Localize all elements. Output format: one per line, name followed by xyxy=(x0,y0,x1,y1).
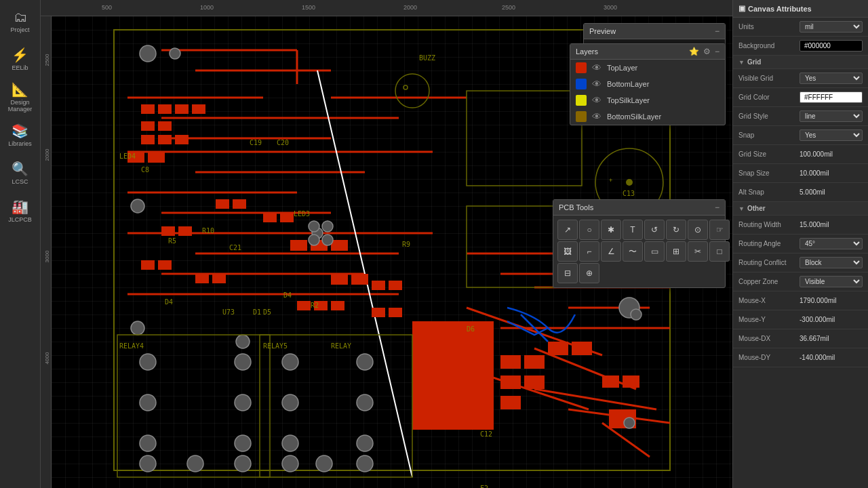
tool-select-rect[interactable]: ▭ xyxy=(644,241,665,262)
tool-route[interactable]: ↗ xyxy=(557,220,578,240)
sidebar-item-lcsc[interactable]: 🔍 LCSC xyxy=(2,155,39,191)
sidebar-item-libraries[interactable]: 📚 Libraries xyxy=(2,117,39,153)
pcbtools-close-icon[interactable]: − xyxy=(715,203,719,212)
background-color[interactable]: #000000 xyxy=(800,40,863,52)
svg-point-95 xyxy=(282,435,298,451)
ruler-mark-1500: 1500 xyxy=(302,4,315,11)
svg-rect-55 xyxy=(389,281,402,290)
svg-point-90 xyxy=(187,455,203,472)
routing-conflict-select[interactable]: Block Ignore Highlight xyxy=(800,257,863,268)
tool-wave[interactable]: 〜 xyxy=(623,241,643,262)
svg-text:D6: D6 xyxy=(467,325,475,333)
snap-select[interactable]: Yes No xyxy=(800,129,863,141)
tool-hand[interactable]: ☞ xyxy=(709,220,730,240)
svg-text:U73: U73 xyxy=(222,308,235,316)
layer-item-topsilk[interactable]: 👁 TopSilkLayer xyxy=(570,92,725,108)
svg-point-81 xyxy=(236,335,250,348)
layer-item-bottomsilk[interactable]: 👁 BottomSilkLayer xyxy=(570,108,725,125)
sidebar-item-jlcpcb[interactable]: 🏭 JLCPCB xyxy=(2,192,39,229)
ruler-mark-1000: 1000 xyxy=(200,4,214,11)
background-row: Background #000000 xyxy=(733,37,868,56)
layer-item-toplayer[interactable]: 👁 TopLayer xyxy=(570,60,725,76)
project-icon: 🗂 xyxy=(14,9,27,25)
layers-settings-icon[interactable]: ⭐ xyxy=(689,47,699,56)
layers-gear-icon[interactable]: ⚙ xyxy=(703,47,711,56)
tool-target[interactable]: ⊙ xyxy=(688,220,708,240)
pcbtools-panel-header[interactable]: PCB Tools − xyxy=(553,200,725,216)
other-collapse-icon[interactable]: ▼ xyxy=(738,205,745,212)
tool-undo[interactable]: ↺ xyxy=(644,220,665,240)
svg-rect-42 xyxy=(280,213,294,222)
topsilk-vis-icon[interactable]: 👁 xyxy=(592,95,601,106)
layers-panel: Layers ⭐ ⚙ − 👁 TopLayer 👁 BottomLayer 👁 xyxy=(570,43,726,125)
tool-cut[interactable]: ✂ xyxy=(688,241,708,262)
tool-grid-sel[interactable]: ⊞ xyxy=(666,241,686,262)
svg-point-91 xyxy=(282,354,298,370)
svg-rect-62 xyxy=(548,342,568,355)
sidebar-item-project[interactable]: 🗂 Project xyxy=(2,3,39,39)
grid-style-select[interactable]: line dot xyxy=(800,110,863,122)
toplayer-color xyxy=(576,62,587,73)
alt-snap-row: Alt Snap 5.000mil xyxy=(733,183,868,202)
pcbtools-controls: − xyxy=(715,203,719,212)
svg-point-72 xyxy=(140,45,156,62)
routing-angle-select[interactable]: 45° 90° Any xyxy=(800,238,863,249)
routing-angle-row: Routing Angle 45° 90° Any xyxy=(733,235,868,253)
grid-collapse-icon[interactable]: ▼ xyxy=(738,59,745,66)
visible-grid-select[interactable]: Yes No xyxy=(800,73,863,84)
ruler-left-mark-4: 4000 xyxy=(44,352,50,365)
mouse-x-value: 1790.000mil xyxy=(800,297,863,304)
svg-rect-39 xyxy=(216,199,229,209)
svg-rect-51 xyxy=(212,274,226,283)
copper-zone-select[interactable]: Visible Hidden xyxy=(800,276,863,287)
tool-star[interactable]: ✱ xyxy=(601,220,621,240)
bottomsilk-color xyxy=(576,111,587,122)
preview-title: Preview xyxy=(589,27,616,35)
mouse-dy-value: -140.000mil xyxy=(800,354,863,361)
pcbtools-grid: ↗ ○ ✱ T ↺ ↻ ⊙ ☞ 🖼 ⌐ ∠ 〜 ▭ ⊞ ✂ □ ⊟ ⊕ xyxy=(553,216,725,287)
tool-image[interactable]: 🖼 xyxy=(557,241,578,262)
svg-rect-34 xyxy=(141,135,155,144)
left-sidebar: 🗂 Project ⚡ EELib 📐 Design Manager 📚 Lib… xyxy=(0,0,41,488)
tool-rect[interactable]: □ xyxy=(709,241,730,262)
preview-close-icon[interactable]: − xyxy=(715,26,719,36)
layer-item-bottomlayer[interactable]: 👁 BottomLayer xyxy=(570,76,725,92)
tool-redo[interactable]: ↻ xyxy=(666,220,686,240)
svg-rect-36 xyxy=(175,135,189,144)
svg-text:D4: D4 xyxy=(283,291,292,299)
tool-angle[interactable]: ∠ xyxy=(601,241,621,262)
ruler-left-mark-3: 3000 xyxy=(44,251,50,263)
layers-close-icon[interactable]: − xyxy=(715,47,719,56)
svg-point-76 xyxy=(309,221,319,232)
svg-point-80 xyxy=(131,321,144,335)
tool-crosshair[interactable]: ⊕ xyxy=(579,263,599,283)
units-select[interactable]: mil mm inch xyxy=(800,21,863,33)
visible-grid-row: Visible Grid Yes No xyxy=(733,69,868,88)
preview-panel-controls: − xyxy=(715,26,719,36)
sidebar-item-design-manager[interactable]: 📐 Design Manager xyxy=(2,79,39,115)
bottomlayer-vis-icon[interactable]: 👁 xyxy=(592,79,601,89)
pcb-content[interactable]: LED4 C8 C19 C20 R10 C21 LED3 R2 D4 U73 D… xyxy=(52,16,732,488)
svg-rect-38 xyxy=(148,152,165,163)
pcb-canvas-area[interactable]: 500 1000 1500 2000 2500 3000 2500 2000 3… xyxy=(41,0,732,488)
svg-point-93 xyxy=(282,394,298,411)
tool-text[interactable]: T xyxy=(623,220,643,240)
tool-circle[interactable]: ○ xyxy=(579,220,599,240)
grid-color-value[interactable]: #FFFFFF xyxy=(800,92,863,103)
svg-point-73 xyxy=(170,48,180,59)
sidebar-item-eelib[interactable]: ⚡ EELib xyxy=(2,41,39,77)
ruler-left-mark-1: 2500 xyxy=(44,54,50,66)
svg-text:C12: C12 xyxy=(480,430,492,438)
preview-panel-header[interactable]: Preview − xyxy=(584,24,725,39)
grid-section: ▼ Grid xyxy=(733,56,868,69)
layers-panel-header[interactable]: Layers ⭐ ⚙ − xyxy=(570,44,725,60)
svg-point-92 xyxy=(357,354,373,370)
sidebar-item-libraries-label: Libraries xyxy=(8,140,32,147)
tool-corner[interactable]: ⌐ xyxy=(579,241,599,262)
layers-panel-controls: ⭐ ⚙ − xyxy=(689,47,719,56)
toplayer-vis-icon[interactable]: 👁 xyxy=(592,62,601,73)
bottomsilk-vis-icon[interactable]: 👁 xyxy=(592,111,601,122)
tool-minus-rect[interactable]: ⊟ xyxy=(557,263,578,283)
grid-color-label: Grid Color xyxy=(738,94,800,101)
svg-text:D5: D5 xyxy=(263,308,271,316)
